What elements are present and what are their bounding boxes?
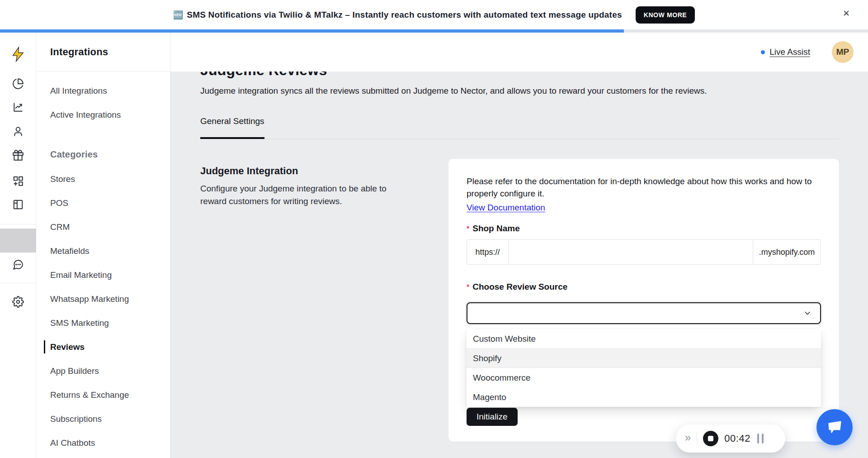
page-title: Judgeme Reviews [200, 72, 839, 79]
sidebar-top-nav: All Integrations Active Integrations [36, 72, 170, 127]
page-subtitle: Judgeme integration syncs all the review… [200, 85, 839, 97]
sidebar-item[interactable]: Subscriptions [36, 407, 170, 431]
app-root: 🆕SMS Notifications via Twilio & MTalkz –… [0, 0, 868, 458]
section-heading: Judgeme Integration [200, 165, 448, 177]
live-assist-link[interactable]: Live Assist [761, 47, 810, 57]
settings-card: Please refer to the documentation for in… [448, 159, 839, 442]
chat-widget-button[interactable] [816, 409, 853, 445]
banner-progress-track [0, 29, 868, 33]
required-asterisk: * [467, 283, 469, 291]
section-description-column: Judgeme Integration Configure your Judge… [200, 159, 448, 442]
recorder-timer: 00:42 [724, 433, 750, 444]
recorder-pause-button[interactable] [757, 434, 764, 444]
sidebar-item[interactable]: App Builders [36, 359, 170, 383]
app-logo-lightning-icon[interactable] [0, 43, 36, 65]
dropdown-option[interactable]: Shopify [467, 348, 821, 368]
review-source-label: * Choose Review Source [467, 282, 821, 292]
pie-chart-icon[interactable] [0, 73, 36, 95]
chat-dots-icon[interactable] [0, 254, 36, 276]
settings-section: Judgeme Integration Configure your Judge… [200, 159, 839, 442]
review-source-select-wrap: Custom Website Shopify Woocommerce Magen… [467, 302, 821, 324]
sidebar-item[interactable]: Whatsapp Marketing [36, 287, 170, 311]
dropdown-option[interactable]: Custom Website [467, 329, 821, 348]
sidebar-categories-heading: Categories [36, 149, 170, 160]
sidebar-item[interactable]: Stores [36, 167, 170, 191]
integrations-sidebar: Integrations All Integrations Active Int… [36, 33, 170, 458]
new-emoji-icon: 🆕 [173, 10, 184, 19]
sidebar-item[interactable]: AI Chatbots [36, 431, 170, 455]
sidebar-item[interactable]: Email Marketing [36, 263, 170, 287]
sidebar-item[interactable]: Returns & Exchange [36, 383, 170, 407]
required-asterisk: * [467, 225, 469, 233]
user-avatar[interactable]: MP [832, 41, 854, 63]
stop-square-icon [708, 436, 713, 441]
rail-divider [0, 283, 36, 283]
gift-icon[interactable] [0, 144, 36, 166]
section-description: Configure your Judgeme integration to be… [200, 182, 406, 208]
chat-bubble-icon [824, 417, 845, 438]
view-documentation-link[interactable]: View Documentation [467, 203, 545, 213]
rail-divider [0, 224, 36, 224]
user-icon[interactable] [0, 120, 36, 142]
shop-name-label: * Shop Name [467, 224, 821, 234]
shop-url-suffix: .myshopify.com [753, 240, 821, 264]
sidebar-item[interactable]: All Integrations [36, 79, 170, 103]
banner-close-icon[interactable]: ✕ [843, 9, 850, 18]
card-info-text: Please refer to the documentation for in… [467, 175, 821, 200]
sidebar-item[interactable]: SMS Marketing [36, 311, 170, 335]
icon-rail [0, 33, 36, 458]
sidebar-item[interactable]: Active Integrations [36, 103, 170, 127]
sidebar-item[interactable]: POS [36, 191, 170, 215]
sidebar-item[interactable]: Reviews [36, 335, 170, 359]
main-header: Live Assist MP [170, 33, 868, 72]
recorder-stop-button[interactable] [703, 431, 718, 446]
main-area: Live Assist MP Judgeme Reviews Judgeme i… [170, 33, 868, 458]
banner-progress-fill [0, 29, 624, 33]
settings-gear-icon[interactable] [0, 291, 36, 313]
recorder-divider [697, 432, 697, 445]
initialize-button[interactable]: Initialize [467, 408, 518, 426]
line-chart-icon[interactable] [0, 96, 36, 118]
shop-url-prefix: https:// [467, 240, 509, 264]
review-source-dropdown: Custom Website Shopify Woocommerce Magen… [467, 329, 821, 407]
chevron-down-icon [803, 309, 812, 318]
sidebar-category-nav: Stores POS CRM Metafields Email Marketin… [36, 167, 170, 455]
live-assist-label: Live Assist [769, 47, 810, 57]
git-branch-icon[interactable] [0, 229, 36, 253]
tab-general-settings[interactable]: General Settings [200, 116, 264, 139]
dropdown-option[interactable]: Woocommerce [467, 368, 821, 387]
promo-banner-text: 🆕SMS Notifications via Twilio & MTalkz –… [173, 10, 622, 20]
layout-panel-icon[interactable] [0, 194, 36, 215]
screen-recorder-pill: » 00:42 [676, 425, 785, 453]
promo-banner: 🆕SMS Notifications via Twilio & MTalkz –… [0, 0, 868, 29]
live-status-dot-icon [761, 50, 765, 54]
sidebar-header: Integrations [36, 33, 170, 72]
sidebar-item[interactable]: CRM [36, 215, 170, 239]
tab-bar: General Settings [200, 116, 839, 139]
shop-name-input-group: https:// .myshopify.com [467, 239, 821, 265]
review-source-select[interactable] [467, 302, 821, 324]
recorder-expand-icon[interactable]: » [685, 432, 691, 443]
main-content: Judgeme Reviews Judgeme integration sync… [170, 72, 868, 458]
grid-add-icon[interactable] [0, 170, 36, 192]
dropdown-option[interactable]: Magento [467, 387, 821, 407]
know-more-button[interactable]: KNOW MORE [636, 6, 695, 24]
sidebar-title: Integrations [50, 46, 108, 58]
sidebar-item[interactable]: Metafields [36, 239, 170, 263]
shop-name-input[interactable] [509, 240, 753, 264]
